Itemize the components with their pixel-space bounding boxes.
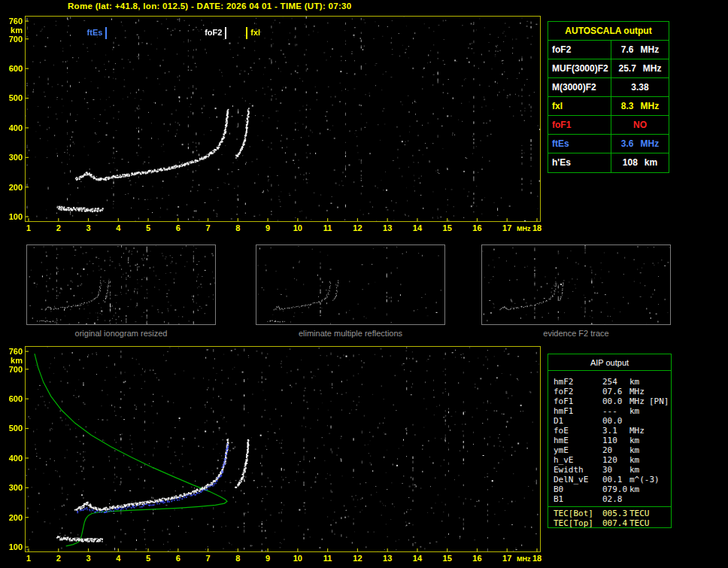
y-axis-label: 600 [2, 64, 23, 73]
x-axis-label: 11 [320, 223, 335, 232]
x-axis-label: 17 [499, 223, 514, 232]
x-axis-label: 4 [111, 554, 126, 563]
param-name: fxl [548, 97, 611, 115]
y-axis-unit: km [2, 26, 23, 35]
y-axis-label: 200 [2, 513, 23, 522]
x-axis-label: 8 [230, 554, 245, 563]
x-axis-label: 14 [410, 554, 425, 563]
aip-output-table: AIP output hmF2254kmfoF207.6MHzfoF100.0M… [548, 354, 672, 528]
aip-row-Ewidth: Ewidth30km [548, 465, 671, 475]
thumbnail-f2-trace [481, 245, 671, 325]
x-axis-label: 1 [21, 554, 36, 563]
param-value: 3.6MHz [611, 135, 669, 153]
thumbnail-caption-original: original ionogram resized [26, 329, 216, 338]
x-axis-unit: MHz [514, 225, 533, 232]
y-axis-label: 700 [2, 365, 23, 374]
autoscala-row-fxl: fxl8.3MHz [548, 97, 669, 116]
x-axis-label: 5 [141, 223, 156, 232]
x-axis-label: 10 [290, 554, 305, 563]
autoscala-row-foF2: foF27.6MHz [548, 41, 669, 59]
marker-line-ftEs [105, 27, 107, 39]
autoscala-row-MUF(3000)F2: MUF(3000)F225.7MHz [548, 59, 669, 78]
x-axis-label: 12 [350, 554, 365, 563]
main-ionogram-panel [25, 16, 541, 222]
x-axis-label: 3 [81, 554, 96, 563]
aip-row-D1: D100.0 [548, 416, 671, 426]
main-ionogram-canvas [26, 17, 540, 221]
y-axis-label: 300 [2, 483, 23, 492]
x-axis-label: 6 [171, 554, 186, 563]
x-axis-label: 10 [290, 223, 305, 232]
thumbnail-original-ionogram [26, 245, 216, 325]
thumbnail-cleaned-canvas [256, 245, 444, 324]
aip-row-h_vE: h_vE120km [548, 455, 671, 465]
y-axis-label: 760 [2, 17, 23, 26]
y-axis-label: 100 [2, 542, 23, 551]
param-name: foF2 [548, 41, 611, 59]
x-axis-label: 2 [51, 223, 66, 232]
param-name: ftEs [548, 135, 611, 153]
y-axis-label: 400 [2, 123, 23, 132]
window-title: Rome (lat: +41.8, lon: 012.5) - DATE: 20… [68, 2, 351, 11]
x-axis-label: 13 [380, 554, 395, 563]
thumbnail-caption-f2trace: evidence F2 trace [481, 329, 671, 338]
aip-row-foE: foE3.1MHz [548, 426, 671, 436]
param-value: 25.7MHz [611, 59, 669, 77]
aip-row-B1: B102.8 [548, 494, 671, 504]
x-axis-label: 5 [141, 554, 156, 563]
autoscala-row-foF1: foF1NO [548, 116, 669, 135]
x-axis-label: 14 [410, 223, 425, 232]
x-axis-label: 16 [469, 223, 484, 232]
x-axis-label: 7 [201, 554, 216, 563]
autoscala-row-h'Es: h'Es108km [548, 153, 669, 172]
aip-row-hmE: hmE110km [548, 436, 671, 445]
thumbnail-caption-cleaned: eliminate multiple reflections [256, 329, 445, 338]
param-value: 108km [611, 153, 669, 172]
x-axis-label: 3 [81, 223, 96, 232]
marker-line-fxl [246, 27, 247, 39]
y-axis-label: 700 [2, 35, 23, 44]
aip-row-ymE: ymE20km [548, 445, 671, 455]
aip-row-DelN_vE: DelN_vE00.1m^(-3) [548, 475, 671, 484]
marker-label-fxl: fxl [250, 28, 260, 37]
param-value: 7.6MHz [611, 41, 669, 59]
x-axis-label: 9 [260, 223, 275, 232]
autoscala-table-title: AUTOSCALA output [548, 22, 669, 41]
thumbnail-f2-trace-canvas [482, 245, 670, 324]
autoscala-output-table: AUTOSCALA output foF27.6MHzMUF(3000)F225… [548, 21, 669, 173]
x-axis-label: 15 [440, 554, 455, 563]
x-axis-label: 1 [21, 223, 36, 232]
thumbnail-original-canvas [27, 245, 215, 324]
y-axis-label: 760 [2, 347, 23, 356]
aip-row-B0: B0079.0km [548, 484, 671, 494]
x-axis-label: 15 [440, 223, 455, 232]
x-axis-label: 2 [51, 554, 66, 563]
x-axis-label: 9 [260, 554, 275, 563]
y-axis-label: 100 [2, 212, 23, 221]
param-name: foF1 [548, 116, 611, 134]
marker-line-foF2 [225, 27, 226, 39]
y-axis-label: 400 [2, 454, 23, 463]
x-axis-unit: MHz [514, 555, 533, 563]
y-axis-label: 500 [2, 424, 23, 433]
y-axis-label: 600 [2, 394, 23, 403]
x-axis-label: 11 [320, 554, 335, 563]
inverted-ionogram-panel [25, 346, 541, 552]
param-value: 3.38 [611, 78, 669, 96]
inverted-ionogram-canvas [26, 347, 540, 551]
y-axis-label: 300 [2, 153, 23, 162]
aip-row-hmF1: hmF1---km [548, 406, 671, 416]
y-axis-unit: km [2, 356, 23, 365]
aip-row-foF2: foF207.6MHz [548, 387, 671, 396]
aip-table-body: hmF2254kmfoF207.6MHzfoF100.0MHz[PN]hmF1-… [548, 371, 671, 528]
param-name: h'Es [548, 153, 611, 172]
aip-row-TEC[Top]: TEC[Top]007.4TECU [548, 518, 671, 528]
x-axis-label: 6 [171, 223, 186, 232]
y-axis-label: 200 [2, 183, 23, 192]
autoscala-table-body: foF27.6MHzMUF(3000)F225.7MHzM(3000)F23.3… [548, 41, 669, 172]
x-axis-label: 8 [230, 223, 245, 232]
marker-label-ftEs: ftEs [71, 28, 102, 37]
marker-label-foF2: foF2 [190, 28, 222, 37]
x-axis-label: 7 [201, 223, 216, 232]
x-axis-label: 13 [380, 223, 395, 232]
